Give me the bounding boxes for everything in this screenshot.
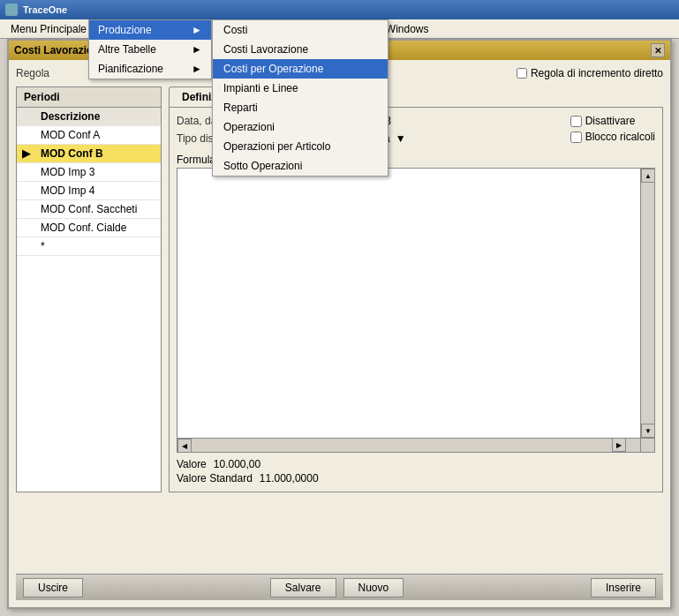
period-mod-conf-a: MOD Conf A xyxy=(35,126,161,145)
valore-line: Valore 10.000,00 xyxy=(177,458,655,470)
scroll-left-btn[interactable]: ◀ xyxy=(177,439,192,453)
costi-item-sotto-op[interactable]: Sotto Operazioni xyxy=(213,156,388,176)
new-row[interactable]: * xyxy=(17,237,161,256)
checkbox-regola-label: Regola di incremento diretto xyxy=(531,67,663,79)
list-item[interactable]: MOD Conf A xyxy=(17,126,161,145)
table-header-row: Descrizione xyxy=(17,108,161,126)
periodi-header: Periodi xyxy=(17,87,161,108)
period-mod-conf-cialde: MOD Conf. Cialde xyxy=(35,219,161,237)
costi-item-costi-op[interactable]: Costi per Operazione xyxy=(213,59,388,79)
new-row-marker: * xyxy=(35,237,161,256)
scrollbar-horizontal[interactable]: ◀ ▶ xyxy=(177,438,640,452)
app-title: TraceOne xyxy=(23,4,67,15)
blocco-row: Blocco ricalcoli xyxy=(570,131,655,143)
submenu-pianificazione[interactable]: Pianificazione ► xyxy=(89,59,211,79)
formula-area[interactable]: ▲ ▼ ◀ ▶ xyxy=(177,168,655,453)
list-item[interactable]: MOD Conf. Saccheti xyxy=(17,200,161,219)
values-row: Valore 10.000,00 Valore Standard 11.000,… xyxy=(177,458,655,485)
scroll-down-btn[interactable]: ▼ xyxy=(641,424,655,438)
scroll-up-btn[interactable]: ▲ xyxy=(641,169,655,183)
checkbox-disattivare[interactable] xyxy=(570,116,582,127)
periodi-panel: Periodi Descrizione MOD Conf A ▶ xyxy=(16,86,162,492)
bottom-bar: Uscire Salvare Nuovo Inserire xyxy=(16,574,663,600)
inserire-button[interactable]: Inserire xyxy=(591,578,656,597)
period-mod-imp-4: MOD Imp 4 xyxy=(35,182,161,200)
right-checkboxes: Disattivare Blocco ricalcoli xyxy=(570,115,655,143)
period-mod-imp-3: MOD Imp 3 xyxy=(35,163,161,182)
period-mod-conf-b: MOD Conf B xyxy=(35,145,161,163)
list-item[interactable]: MOD Imp 4 xyxy=(17,182,161,200)
costi-item-operazioni[interactable]: Operazioni xyxy=(213,117,388,137)
tipo-dist-dropdown[interactable]: ▼ xyxy=(396,132,406,145)
submenu-produzione[interactable]: Produzione ► xyxy=(89,20,211,40)
menu-principale[interactable]: Menu Principale xyxy=(4,21,94,37)
current-row-arrow: ▶ xyxy=(17,145,35,163)
costi-submenu: Costi Costi Lavorazione Costi per Operaz… xyxy=(212,19,389,177)
nuovo-button[interactable]: Nuovo xyxy=(343,578,404,597)
produzione-submenu: Produzione ► Altre Tabelle ► Pianificazi… xyxy=(88,19,212,79)
costi-item-reparti[interactable]: Reparti xyxy=(213,98,388,117)
period-mod-conf-saccheti: MOD Conf. Saccheti xyxy=(35,200,161,219)
valore-label: Valore xyxy=(177,458,207,470)
valore-std-label: Valore Standard xyxy=(177,472,253,485)
close-button[interactable]: ✕ xyxy=(651,43,665,57)
checkbox-blocco[interactable] xyxy=(570,131,582,143)
scrollbar-vertical[interactable]: ▲ ▼ xyxy=(640,169,654,438)
valore-std-value: 11.000,0000 xyxy=(260,472,319,485)
list-item[interactable]: MOD Imp 3 xyxy=(17,163,161,182)
costi-item-op-articolo[interactable]: Operazioni per Articolo xyxy=(213,137,388,156)
list-item[interactable]: MOD Conf. Cialde xyxy=(17,219,161,237)
checkbox-regola[interactable] xyxy=(517,68,527,79)
costi-item-costi[interactable]: Costi xyxy=(213,20,388,40)
submenu-altre-tabelle[interactable]: Altre Tabelle ► xyxy=(89,40,211,59)
valore-std-line: Valore Standard 11.000,0000 xyxy=(177,472,655,485)
list-item[interactable]: ▶ MOD Conf B xyxy=(17,145,161,163)
app-icon xyxy=(5,4,18,16)
title-bar: TraceOne xyxy=(0,0,679,19)
uscire-button[interactable]: Uscire xyxy=(23,578,83,597)
scroll-right-btn[interactable]: ▶ xyxy=(612,438,626,452)
disattivare-row: Disattivare xyxy=(570,115,655,127)
period-table: Descrizione MOD Conf A ▶ MOD Conf B xyxy=(17,108,161,256)
rule-label: Regola xyxy=(16,67,95,79)
disattivare-label: Disattivare xyxy=(585,115,636,127)
costi-item-impianti[interactable]: Impianti e Linee xyxy=(213,79,388,98)
scroll-corner xyxy=(640,438,654,452)
col-header: Descrizione xyxy=(35,108,161,126)
costi-item-costi-lav[interactable]: Costi Lavorazione xyxy=(213,40,388,59)
checkbox-regola-container: Regola di incremento diretto xyxy=(517,67,663,79)
valore-value: 10.000,00 xyxy=(214,458,260,470)
salvare-button[interactable]: Salvare xyxy=(270,578,336,597)
blocco-label: Blocco ricalcoli xyxy=(585,131,655,143)
